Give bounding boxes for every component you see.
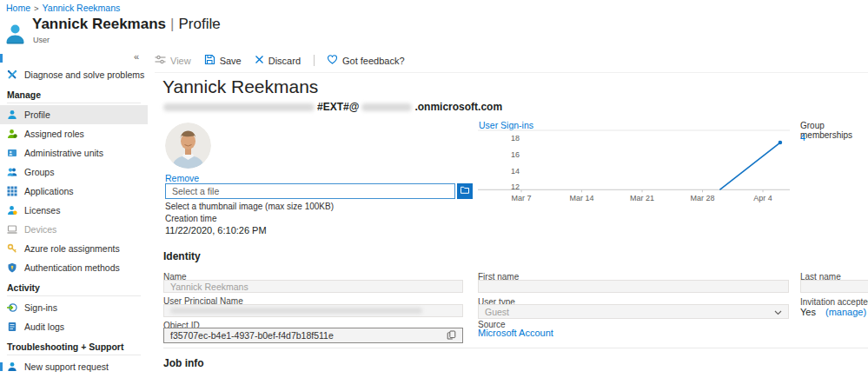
file-select-input[interactable] bbox=[165, 183, 455, 199]
sidebar-item-label: Applications bbox=[24, 186, 74, 196]
sidebar-item-authentication-methods[interactable]: Authentication methods bbox=[0, 258, 148, 277]
discard-button[interactable]: Discard bbox=[255, 55, 301, 66]
entity-type-label: User bbox=[33, 36, 50, 44]
upn-ext-text: #EXT#@ bbox=[317, 101, 359, 113]
groups-icon bbox=[7, 167, 17, 177]
creation-time-value: 11/22/2020, 6:10:26 PM bbox=[165, 225, 267, 235]
page-title-name: Yannick Reekmans bbox=[32, 16, 166, 32]
job-info-heading: Job info bbox=[163, 357, 204, 369]
sidebar-item-azure-role-assignments[interactable]: Azure role assignments bbox=[0, 239, 148, 258]
sidebar-item-label: Profile bbox=[24, 109, 50, 120]
save-button[interactable]: Save bbox=[204, 54, 242, 67]
breadcrumb-current-link[interactable]: Yannick Reekmans bbox=[43, 3, 121, 13]
save-button-label: Save bbox=[220, 56, 242, 66]
sidebar-item-diagnose-and-solve-problems[interactable]: Diagnose and solve problems bbox=[0, 65, 148, 84]
svg-text:18: 18 bbox=[511, 134, 520, 143]
copy-icon bbox=[447, 329, 456, 342]
view-button: View bbox=[155, 54, 191, 67]
cropped-icon-artifact bbox=[0, 362, 3, 371]
sidebar-item-label: Sign-ins bbox=[24, 302, 57, 313]
section-divider bbox=[163, 348, 868, 348]
sidebar-item-administrative-units[interactable]: Administrative units bbox=[0, 143, 148, 162]
discard-button-label: Discard bbox=[268, 56, 301, 66]
sidebar-item-label: Administrative units bbox=[24, 148, 103, 158]
sidebar-item-profile[interactable]: Profile bbox=[0, 105, 148, 124]
sidebar-section-header: Activity bbox=[0, 277, 148, 295]
browse-file-button[interactable] bbox=[457, 183, 473, 199]
svg-text:Apr 4: Apr 4 bbox=[753, 194, 772, 202]
file-select-row bbox=[165, 183, 473, 199]
user-signins-chart: User Sign-ins 12141618Mar 7Mar 14Mar 21M… bbox=[474, 118, 802, 205]
svg-text:16: 16 bbox=[511, 150, 520, 159]
upn-suffix-text: .onmicrosoft.com bbox=[414, 101, 502, 113]
thumbnail-hint: Select a thumbnail image (max size 100KB… bbox=[165, 202, 334, 211]
remove-photo-link[interactable]: Remove bbox=[165, 173, 199, 183]
folder-icon bbox=[460, 185, 470, 198]
profile-photo bbox=[165, 123, 211, 169]
redacted-upn-value bbox=[170, 308, 422, 314]
cropped-icon-artifact bbox=[0, 54, 3, 63]
sidebar-item-new-support-request[interactable]: New support request bbox=[0, 357, 148, 376]
last-name-input bbox=[800, 280, 868, 293]
sidebar-item-assigned-roles[interactable]: Assigned roles bbox=[0, 124, 148, 143]
sidebar-item-label: Audit logs bbox=[24, 322, 64, 332]
copy-object-id-button[interactable] bbox=[447, 329, 456, 342]
identity-section: Identity Name Yannick Reekmans User Prin… bbox=[163, 250, 868, 348]
devices-icon bbox=[7, 224, 17, 235]
sidebar-item-applications[interactable]: Applications bbox=[0, 182, 148, 201]
group-memberships-label: Group memberships bbox=[800, 121, 868, 140]
display-name-heading: Yannick Reekmans bbox=[162, 76, 318, 97]
sidebar-item-sign-ins[interactable]: Sign-ins bbox=[0, 298, 148, 317]
toolbar-divider bbox=[314, 55, 315, 66]
sidebar-item-label: Assigned roles bbox=[24, 129, 84, 139]
sidebar-item-label: Authentication methods bbox=[24, 262, 120, 273]
svg-text:12: 12 bbox=[511, 182, 520, 191]
sidebar-section-divider bbox=[7, 295, 141, 296]
support-icon bbox=[7, 361, 17, 372]
first-name-input bbox=[478, 280, 789, 293]
sidebar-item-label: New support request bbox=[24, 361, 109, 372]
key-icon bbox=[7, 243, 17, 254]
svg-text:Mar 28: Mar 28 bbox=[691, 194, 715, 202]
invitation-accepted-value: Yes bbox=[800, 307, 816, 317]
user-icon bbox=[7, 109, 17, 120]
context-menu-ellipsis[interactable]: ··· bbox=[202, 15, 215, 28]
object-id-input[interactable]: f35707ec-b4e1-4937-b0ef-f4d7b18f511e bbox=[163, 328, 463, 343]
object-id-value: f35707ec-b4e1-4937-b0ef-f4d7b18f511e bbox=[170, 330, 334, 341]
user-avatar-icon bbox=[4, 23, 26, 44]
invitation-accepted-label: Invitation accepted bbox=[800, 297, 868, 307]
name-input: Yannick Reekmans bbox=[163, 280, 463, 293]
sidebar-item-label: Groups bbox=[24, 167, 54, 177]
invitation-accepted-row: Yes (manage) bbox=[800, 307, 866, 317]
name-value: Yannick Reekmans bbox=[170, 282, 248, 292]
breadcrumb-home-link[interactable]: Home bbox=[6, 3, 30, 13]
redacted-upn-tenant bbox=[361, 103, 412, 111]
sidebar-item-audit-logs[interactable]: Audit logs bbox=[0, 317, 148, 336]
audit-logs-icon bbox=[7, 322, 17, 332]
redacted-upn-prefix bbox=[163, 103, 315, 111]
signins-chart-svg: 12141618Mar 7Mar 14Mar 21Mar 28Apr 4 bbox=[474, 118, 802, 205]
sidebar-item-licenses[interactable]: Licenses bbox=[0, 201, 148, 220]
sidebar-item-label: Azure role assignments bbox=[24, 243, 120, 254]
admin-units-icon bbox=[7, 148, 17, 158]
sidebar-item-label: Licenses bbox=[24, 205, 60, 216]
group-memberships-count-link[interactable]: 4 bbox=[800, 132, 805, 143]
sidebar-section-divider bbox=[7, 355, 141, 355]
save-icon bbox=[204, 54, 215, 67]
svg-text:14: 14 bbox=[511, 167, 520, 176]
identity-heading: Identity bbox=[163, 250, 868, 262]
manage-invitation-link[interactable]: (manage) bbox=[825, 307, 866, 317]
feedback-button[interactable]: Got feedback? bbox=[327, 54, 405, 67]
sidebar-item-devices: Devices bbox=[0, 220, 148, 239]
diagnose-tools-icon bbox=[7, 70, 17, 80]
discard-x-icon bbox=[255, 55, 264, 66]
sliders-icon bbox=[155, 54, 166, 67]
upn-input bbox=[163, 304, 463, 317]
chevron-down-icon bbox=[774, 307, 782, 317]
sidebar-item-groups[interactable]: Groups bbox=[0, 162, 148, 182]
assigned-roles-icon bbox=[7, 129, 17, 139]
user-type-select: Guest bbox=[478, 304, 789, 319]
sidebar-collapse-button[interactable]: « bbox=[134, 51, 139, 62]
source-link[interactable]: Microsoft Account bbox=[478, 328, 553, 338]
page-title: Yannick Reekmans|Profile bbox=[32, 16, 221, 33]
